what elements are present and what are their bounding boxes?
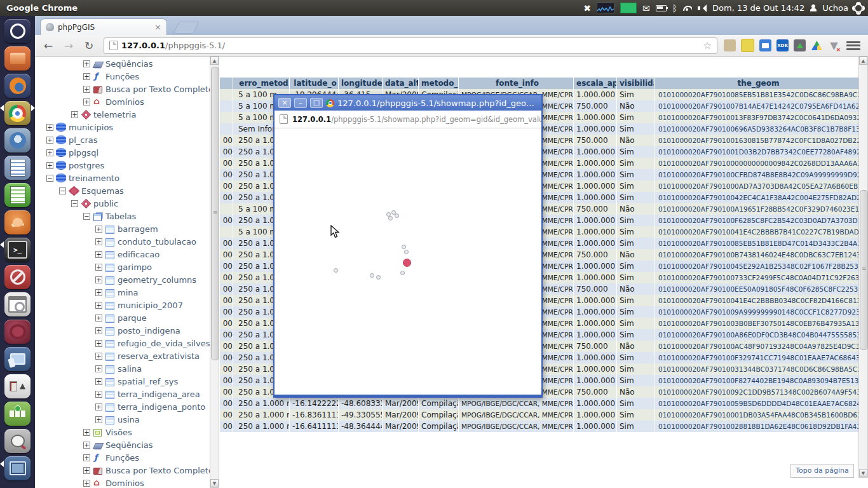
tree-expander-icon[interactable]: +: [46, 149, 53, 156]
tree-item[interactable]: + salina: [35, 362, 210, 375]
top-of-page-link[interactable]: Topo da página: [790, 464, 854, 478]
tree-item[interactable]: + barragem: [35, 222, 210, 235]
tree-item[interactable]: + garimpo: [35, 261, 210, 273]
tree-expander-icon[interactable]: +: [95, 327, 102, 334]
forward-button[interactable]: →: [62, 39, 76, 52]
tree-item[interactable]: + Domínios: [35, 95, 210, 108]
volume-icon[interactable]: [698, 4, 707, 12]
tree-expander-icon[interactable]: +: [95, 353, 102, 360]
media-app-icon[interactable]: [4, 320, 31, 344]
panel-app-icon[interactable]: [4, 374, 31, 398]
tree-item[interactable]: + telemetria: [35, 108, 210, 121]
new-tab-button[interactable]: [173, 22, 200, 34]
tree-item[interactable]: + municipio_2007: [35, 299, 210, 311]
tree-expander-icon[interactable]: −: [59, 187, 66, 194]
user-icon[interactable]: [810, 4, 817, 11]
system-tools-icon[interactable]: [4, 265, 31, 289]
extension-photos-icon[interactable]: [759, 39, 771, 51]
map-canvas[interactable]: [275, 128, 541, 393]
battery-icon[interactable]: [656, 5, 667, 11]
tree-expander-icon[interactable]: +: [83, 98, 90, 105]
session-gear-icon[interactable]: [854, 4, 863, 13]
tab-close-icon[interactable]: ×: [154, 23, 161, 31]
col-header-latitude[interactable]: latitude_o: [290, 78, 338, 89]
user-name[interactable]: Uchoa: [822, 3, 848, 13]
popup-address-bar[interactable]: 127.0.0.1/phppggis-5.1/showmap.php?id_ge…: [275, 111, 541, 128]
tree-expander-icon[interactable]: +: [95, 403, 102, 410]
extension-drive-icon[interactable]: [811, 39, 823, 51]
col-header-escala[interactable]: escala_apr: [574, 78, 616, 89]
chrome-menu-button[interactable]: [846, 40, 860, 51]
tree-item[interactable]: + geometry_columns: [35, 273, 210, 286]
tree-item[interactable]: + edificacao: [35, 248, 210, 261]
tree-item[interactable]: + municipios: [35, 121, 210, 133]
tree-item[interactable]: + terra_indigena_ponto: [35, 400, 210, 413]
tree-item[interactable]: + posto_indigena: [35, 324, 210, 337]
chrome-icon[interactable]: [4, 101, 31, 125]
tree-item[interactable]: + Visões: [35, 426, 210, 438]
tree-item[interactable]: − treinamento: [35, 172, 210, 184]
tree-expander-icon[interactable]: −: [71, 200, 78, 207]
tree-expander-icon[interactable]: +: [83, 467, 90, 474]
back-button[interactable]: ←: [41, 39, 55, 52]
extension-xdk-icon[interactable]: XDK: [776, 39, 789, 51]
tree-expander-icon[interactable]: +: [95, 264, 102, 271]
tree-expander-icon[interactable]: +: [95, 251, 102, 258]
tree-item[interactable]: − Esquemas: [35, 184, 210, 197]
search-app-icon[interactable]: [4, 429, 31, 453]
popup-titlebar[interactable]: × – □ 127.0.0.1/phppggis-5.1/showmap.php…: [275, 95, 541, 111]
sidebar-scroll-thumb[interactable]: [211, 67, 219, 360]
tree-expander-icon[interactable]: −: [46, 175, 53, 182]
extension-notes-icon[interactable]: [741, 39, 754, 52]
reload-button[interactable]: ↻: [82, 39, 96, 52]
col-header-metodo[interactable]: metodo_alt: [419, 78, 458, 89]
tree-expander-icon[interactable]: +: [83, 480, 90, 487]
clock[interactable]: Dom, 13 de Out 14:42: [712, 3, 804, 13]
tree-item[interactable]: + terra_indigena_area: [35, 388, 210, 400]
tree-expander-icon[interactable]: +: [95, 378, 102, 385]
extension-download-icon[interactable]: ▼: [828, 39, 840, 51]
popup-maximize-icon[interactable]: □: [310, 98, 323, 108]
mail-indicator-icon[interactable]: ✉: [642, 4, 650, 13]
main-scroll-up-icon[interactable]: ▲: [859, 57, 867, 65]
address-bar[interactable]: 127.0.0.1/phppggis-5.1/ ☆: [104, 37, 717, 54]
tree-expander-icon[interactable]: +: [95, 289, 102, 296]
tree-item[interactable]: + refugio_de_vida_silvestre: [35, 337, 210, 349]
popup-minimize-icon[interactable]: –: [294, 98, 307, 108]
tree-expander-icon[interactable]: +: [95, 365, 102, 372]
terminal-icon[interactable]: >_: [4, 238, 31, 262]
window-preferences-icon[interactable]: [4, 292, 31, 316]
tree-expander-icon[interactable]: +: [46, 124, 53, 131]
tree-item[interactable]: − public: [35, 197, 210, 210]
tree-item[interactable]: + postgres: [35, 159, 210, 172]
dash-home-icon[interactable]: [4, 19, 31, 43]
tree-item[interactable]: + Seqüências: [35, 438, 210, 451]
tree-expander-icon[interactable]: +: [83, 73, 90, 80]
tree-expander-icon[interactable]: +: [95, 302, 102, 309]
tree-item[interactable]: + pl_cras: [35, 133, 210, 146]
popup-close-icon[interactable]: ×: [278, 98, 291, 108]
tree-expander-icon[interactable]: +: [83, 429, 90, 436]
tree-item[interactable]: + plpgsql: [35, 146, 210, 159]
tree-item[interactable]: + conduto_tubulacao: [35, 235, 210, 248]
libreoffice-calc-icon[interactable]: [4, 183, 31, 207]
col-header-the-geom[interactable]: the_geom: [654, 78, 858, 89]
firefox-icon[interactable]: [4, 74, 31, 98]
tree-item[interactable]: + Funções: [35, 70, 210, 83]
tree-item[interactable]: + usina: [35, 413, 210, 426]
tree-expander-icon[interactable]: +: [95, 416, 102, 423]
tree-item[interactable]: + Seqüências: [35, 57, 210, 70]
tree-expander-icon[interactable]: +: [83, 86, 90, 93]
sidebar-scroll-down-icon[interactable]: ▼: [210, 479, 219, 487]
tree-expander-icon[interactable]: +: [95, 391, 102, 398]
tree-item[interactable]: + Domínios: [35, 477, 210, 488]
tree-item[interactable]: + Busca por Texto Completo: [35, 83, 210, 95]
tab-phppggis[interactable]: phpPgGIS ×: [40, 18, 167, 35]
indicator-x-icon[interactable]: ✖: [583, 4, 591, 13]
tree-expander-icon[interactable]: +: [95, 226, 102, 233]
libreoffice-writer-icon[interactable]: [4, 156, 31, 180]
software-center-icon[interactable]: [4, 210, 31, 234]
main-scroll-thumb[interactable]: [860, 190, 868, 350]
bookmark-star-icon[interactable]: ☆: [703, 40, 712, 51]
bluetooth-icon[interactable]: ᛒ: [672, 4, 677, 13]
